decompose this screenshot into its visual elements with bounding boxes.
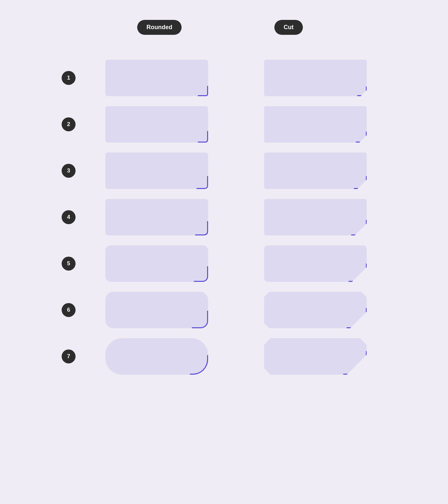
number-circle-7: 7 bbox=[62, 349, 76, 363]
columns bbox=[85, 55, 386, 380]
number-slot-7: 7 bbox=[62, 333, 76, 380]
number-circle-3: 3 bbox=[62, 164, 76, 178]
cut-card-slot-3 bbox=[244, 148, 386, 194]
rounded-card-slot-6 bbox=[85, 287, 228, 333]
rounded-card-slot-2 bbox=[85, 101, 228, 148]
number-slot-5: 5 bbox=[62, 240, 76, 287]
cut-card-3 bbox=[264, 153, 367, 189]
number-circle-5: 5 bbox=[62, 257, 76, 271]
rounded-card-slot-5 bbox=[85, 240, 228, 287]
cut-card-slot-2 bbox=[244, 101, 386, 148]
rounded-card-slot-4 bbox=[85, 194, 228, 240]
rounded-column bbox=[85, 55, 228, 380]
cut-card-slot-5 bbox=[244, 240, 386, 287]
number-circle-6: 6 bbox=[62, 303, 76, 317]
cut-card-2 bbox=[264, 106, 367, 143]
cut-column bbox=[244, 55, 386, 380]
number-circle-1: 1 bbox=[62, 71, 76, 85]
rounded-card-2 bbox=[105, 106, 208, 143]
number-circle-4: 4 bbox=[62, 210, 76, 224]
rounded-card-6 bbox=[105, 292, 208, 328]
cut-card-slot-1 bbox=[244, 55, 386, 101]
row-numbers: 1 2 3 4 5 6 bbox=[62, 55, 76, 380]
number-slot-4: 4 bbox=[62, 194, 76, 240]
rounded-card-slot-7 bbox=[85, 333, 228, 380]
number-slot-3: 3 bbox=[62, 148, 76, 194]
number-circle-2: 2 bbox=[62, 117, 76, 131]
cut-card-6 bbox=[264, 292, 367, 328]
number-slot-1: 1 bbox=[62, 55, 76, 101]
main-content: 1 2 3 4 5 6 bbox=[62, 55, 386, 380]
rounded-card-slot-3 bbox=[85, 148, 228, 194]
cut-card-5 bbox=[264, 245, 367, 282]
cut-card-slot-6 bbox=[244, 287, 386, 333]
rounded-card-slot-1 bbox=[85, 55, 228, 101]
cut-card-1 bbox=[264, 60, 367, 96]
number-slot-6: 6 bbox=[62, 287, 76, 333]
page-header: Rounded Cut bbox=[75, 20, 373, 35]
cut-card-7 bbox=[264, 338, 367, 375]
rounded-card-7 bbox=[105, 338, 208, 375]
cut-card-slot-4 bbox=[244, 194, 386, 240]
rounded-card-1 bbox=[105, 60, 208, 96]
rounded-card-3 bbox=[105, 153, 208, 189]
rounded-badge: Rounded bbox=[137, 20, 182, 35]
number-slot-2: 2 bbox=[62, 101, 76, 148]
cut-badge: Cut bbox=[274, 20, 303, 35]
cut-card-slot-7 bbox=[244, 333, 386, 380]
rounded-card-4 bbox=[105, 199, 208, 235]
rounded-card-5 bbox=[105, 245, 208, 282]
cut-card-4 bbox=[264, 199, 367, 235]
